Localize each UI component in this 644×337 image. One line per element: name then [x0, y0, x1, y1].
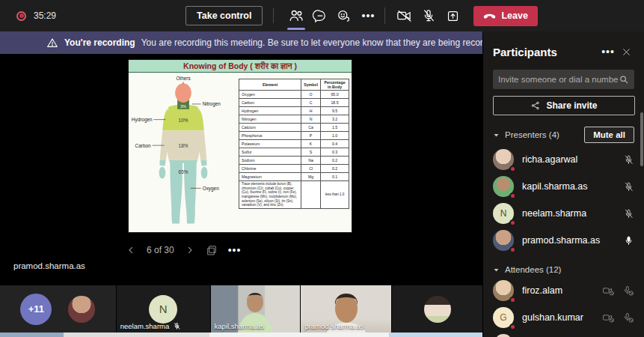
tile-name-label: neelam.sharma [120, 322, 169, 330]
tile-name-label: pramod.sharma.as [304, 322, 364, 330]
avatar [493, 230, 514, 251]
presenters-list: richa.agarwal kapil.sharma.as [483, 146, 644, 254]
percentage-cell: 0.2 [321, 157, 349, 165]
element-cell: Nitrogen [239, 115, 301, 124]
overflow-participants-tile[interactable]: +11 [0, 285, 116, 333]
slide-more-options-button[interactable]: ••• [228, 244, 242, 256]
tile-name-label: kapil.sharma.as [215, 322, 265, 330]
element-cell: Phosphorus [239, 132, 301, 140]
participant-row[interactable]: G gulshan.kumar [483, 304, 644, 331]
table-row: Potassium K 0.4 [239, 140, 349, 148]
panel-more-options-button[interactable]: ••• [599, 44, 617, 59]
percentage-cell: less than 1.0 [321, 181, 349, 209]
camera-off-button[interactable] [393, 4, 417, 27]
slide-gallery-button[interactable] [206, 244, 218, 256]
overflow-count-badge: +11 [20, 294, 52, 325]
chat-button[interactable] [308, 4, 332, 27]
chevron-right-icon [185, 245, 195, 255]
share-tray-button[interactable] [441, 4, 464, 27]
percentage-cell: 0.2 [321, 165, 349, 173]
element-cell: Chlorine [239, 165, 301, 173]
busy-status-dot [509, 246, 516, 253]
table-row: Carbon C 18.5 [239, 99, 349, 107]
reactions-button[interactable] [332, 4, 356, 27]
video-tile-neelam[interactable]: N neelam.sharma [117, 285, 210, 333]
percentage-cell: 0.1 [321, 173, 349, 181]
camera-off-icon [396, 8, 414, 23]
participant-row[interactable]: firoz.alam [483, 277, 644, 304]
table-row: Calcium Ca 1.5 [239, 124, 349, 132]
participant-row[interactable]: kapil.sharma.as [483, 173, 644, 200]
busy-status-dot [509, 297, 516, 303]
percentage-cell: 9.5 [321, 107, 349, 115]
presenters-section-header[interactable]: Presenters (4) Mute all [483, 115, 644, 146]
table-header-row: Element Symbol Percentage in Body [239, 79, 349, 91]
percentage-cell: 18.5 [321, 99, 349, 107]
banner-title: You're recording [64, 37, 135, 48]
col-element: Element [239, 79, 301, 91]
participant-name: firoz.alam [522, 285, 594, 296]
mic-off-icon[interactable] [623, 181, 634, 192]
table-row: Magnesium Mg 0.1 [239, 173, 349, 181]
attendees-list: firoz.alam G gulshan.kumar [483, 277, 644, 337]
element-cell: Carbon [239, 99, 301, 107]
avatar [424, 296, 451, 323]
stage-presenter-label: pramod.sharma.as [13, 261, 85, 270]
participant-name: gulshan.kumar [522, 312, 594, 323]
mic-off-icon[interactable] [623, 154, 634, 166]
table-row: Chlorine Cl 0.2 [239, 165, 349, 173]
element-cell: Magnesium [239, 173, 301, 181]
share-icon [530, 100, 541, 111]
participants-button[interactable] [284, 4, 308, 27]
banner-message: You are recording this meeting. Be sure … [141, 37, 501, 48]
chat-icon [313, 8, 328, 23]
reactions-icon [336, 8, 352, 23]
symbol-cell: H [301, 107, 321, 115]
avatar: N [149, 295, 177, 324]
element-cell: Oxygen [239, 91, 301, 99]
mic-off-icon[interactable] [623, 208, 634, 219]
attendees-section-header[interactable]: Attendees (12) [483, 254, 644, 277]
video-tile-kapil[interactable]: kapil.sharma.as [211, 285, 301, 333]
video-tile-pramod[interactable]: pramod.sharma.as [301, 285, 391, 333]
video-tile-extra[interactable] [392, 285, 482, 333]
panel-scrollbar[interactable] [640, 112, 643, 166]
camera-disabled-icon[interactable] [602, 285, 615, 297]
previous-slide-button[interactable] [126, 245, 136, 255]
share-invite-button[interactable]: Share invite [493, 96, 635, 115]
participant-row[interactable]: richa.agarwal [483, 146, 644, 173]
mute-all-button[interactable]: Mute all [584, 127, 634, 143]
take-control-button[interactable]: Take control [185, 6, 263, 25]
mic-disabled-icon[interactable] [622, 285, 634, 297]
mic-off-icon [421, 8, 436, 23]
participant-row[interactable]: mahmood.ikhlak [483, 331, 644, 337]
diagram-label-oxygen: Oxygen [203, 186, 220, 192]
mic-on-icon[interactable] [623, 235, 634, 246]
panel-close-button[interactable] [617, 44, 635, 59]
symbol-cell: Mg [301, 173, 321, 181]
participant-row[interactable]: N neelam.sharma [483, 200, 644, 227]
participants-panel: Participants ••• Share invite Presenters… [482, 31, 644, 337]
mic-disabled-icon[interactable] [622, 312, 634, 324]
element-cell: Hydrogen [239, 107, 301, 115]
element-cell: Sodium [239, 157, 301, 165]
percentage-cell: 3.2 [321, 115, 349, 124]
invite-input[interactable] [498, 75, 619, 84]
meeting-timer: 35:29 [34, 10, 56, 21]
ellipsis-icon: ••• [362, 10, 375, 22]
ellipsis-icon: ••• [601, 46, 615, 58]
leave-button[interactable]: Leave [473, 6, 537, 26]
element-cell: Sulfur [239, 148, 301, 157]
mic-off-icon [173, 322, 181, 330]
leave-label: Leave [501, 10, 527, 21]
symbol-cell: O [301, 91, 321, 99]
avatar [493, 280, 514, 301]
next-slide-button[interactable] [185, 245, 195, 255]
camera-disabled-icon[interactable] [602, 312, 615, 324]
participant-row[interactable]: pramod.sharma.as [483, 227, 644, 254]
col-symbol: Symbol [301, 79, 321, 91]
mic-off-button[interactable] [417, 4, 441, 27]
more-options-button[interactable]: ••• [356, 4, 380, 27]
diagram-pct-hydrogen: 10% [179, 118, 188, 123]
topbar-divider [273, 8, 274, 23]
